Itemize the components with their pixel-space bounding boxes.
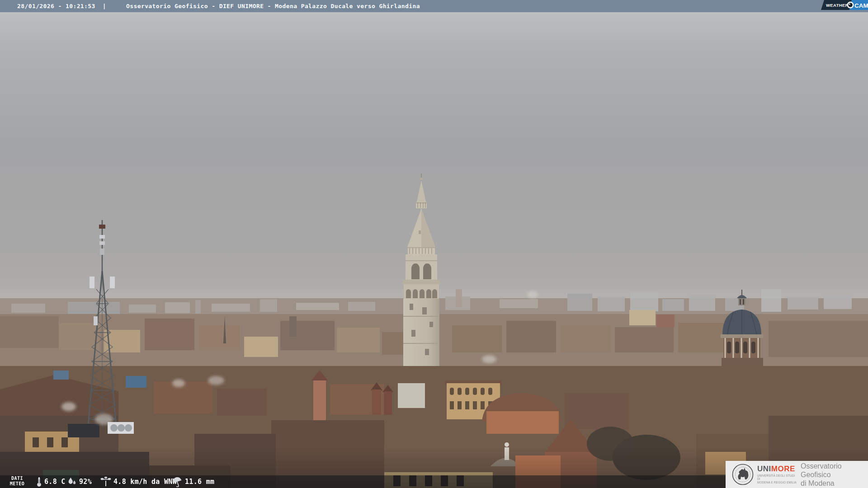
- weathercam-weather-label: WEATHER: [826, 3, 849, 8]
- temperature-value: 6.8 C: [44, 478, 66, 486]
- university-name: UNIVERSITÀ DEGLI STUDI DI MODENA E REGGI…: [757, 474, 797, 484]
- weathercam-logo[interactable]: WEATHER CAM: [821, 0, 868, 10]
- wind-reading: 4.8 km/h da WNW: [100, 475, 177, 488]
- branding-panel: UNIMORE UNIVERSITÀ DEGLI STUDI DI MODENA…: [726, 461, 868, 488]
- wind-value: 4.8 km/h da WNW: [113, 478, 177, 486]
- unimore-seal-icon[interactable]: [732, 464, 754, 485]
- webcam-photo: [0, 0, 868, 488]
- thermometer-icon: [36, 476, 42, 487]
- unimore-logo[interactable]: UNIMORE UNIVERSITÀ DEGLI STUDI DI MODENA…: [757, 465, 797, 484]
- precipitation-value: 11.6 mm: [185, 478, 214, 486]
- unimore-wordmark: UNIMORE: [757, 465, 797, 473]
- humidity-value: 92%: [79, 478, 92, 486]
- umbrella-icon: [172, 476, 183, 487]
- temperature-reading: 6.8 C: [36, 475, 66, 488]
- header-separator: |: [103, 3, 106, 9]
- timestamp: 28/01/2026 - 10:21:53: [17, 3, 95, 9]
- observatory-name: Osservatorio Geofisico di Modena: [801, 462, 868, 488]
- water-drops-icon: [67, 477, 77, 487]
- webcam-page: 28/01/2026 - 10:21:53 | Osservatorio Geo…: [0, 0, 868, 488]
- dati-meteo-label: DATI METEO: [5, 476, 29, 487]
- header-bar: 28/01/2026 - 10:21:53 | Osservatorio Geo…: [0, 0, 868, 12]
- humidity-reading: 92%: [67, 475, 92, 488]
- page-title: Osservatorio Geofisico - DIEF UNIMORE - …: [126, 3, 420, 9]
- precipitation-reading: 11.6 mm: [172, 475, 214, 488]
- weathercam-cam-label: CAM: [854, 2, 868, 9]
- anemometer-icon: [100, 476, 111, 487]
